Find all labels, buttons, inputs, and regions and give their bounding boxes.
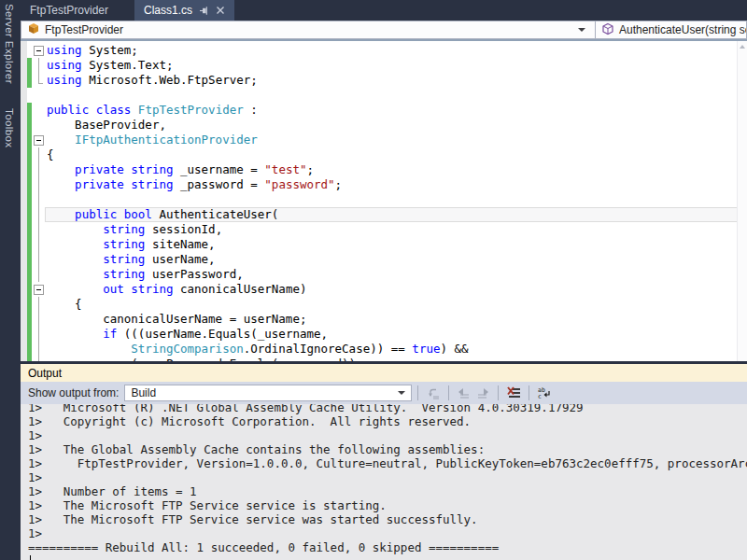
tab-class1-cs[interactable]: Class1.cs [134, 0, 234, 21]
code-line[interactable]: IFtpAuthenticationProvider [27, 133, 738, 147]
document-tab-bar: FtpTestProvider Class1.cs [21, 0, 747, 21]
output-lines: 1> Microsoft (R) .NET Global Assembly Ca… [28, 404, 747, 554]
collapse-box-icon[interactable] [34, 135, 44, 146]
output-source-dropdown-value: Build [131, 386, 156, 399]
code-line[interactable]: private string _username = "test"; [27, 162, 738, 177]
code-text: StringComparison.OrdinalIgnoreCase)) == … [45, 342, 738, 357]
outlining-margin [33, 147, 45, 162]
editor-vertical-scrollbar[interactable] [737, 41, 747, 361]
code-line[interactable]: BaseProvider, [27, 118, 738, 133]
pin-icon[interactable] [199, 6, 209, 16]
code-text: public class FtpTestProvider : [45, 103, 738, 118]
change-tracking-bar [27, 43, 32, 58]
text-caret [30, 555, 31, 560]
outlining-margin [33, 192, 45, 207]
output-panel-title-bar[interactable]: Output [21, 364, 747, 382]
main-column: FtpTestProvider Class1.cs [21, 0, 747, 560]
member-dropdown[interactable]: AuthenticateUser(string sess [595, 21, 747, 39]
svg-text:c: c [538, 393, 542, 399]
outlining-margin [33, 73, 45, 88]
outlining-margin [33, 162, 45, 177]
member-dropdown-value: AuthenticateUser(string sess [619, 23, 747, 36]
code-text: (userPassword.Equals(_password)) [45, 357, 738, 361]
code-line[interactable]: canonicalUserName = userName; [27, 312, 738, 327]
code-line[interactable]: string userPassword, [27, 267, 738, 282]
code-line[interactable]: using System; [27, 43, 738, 58]
left-tool-strip: Server Explorer Toolbox [0, 0, 21, 560]
close-icon[interactable] [216, 6, 225, 15]
outlining-margin [33, 312, 45, 327]
type-dropdown-value: FtpTestProvider [45, 23, 123, 36]
code-text: using Microsoft.Web.FtpServer; [45, 73, 738, 88]
code-line[interactable]: string userName, [27, 252, 738, 267]
change-tracking-bar [27, 282, 32, 297]
code-text: out string canonicalUserName) [45, 282, 738, 297]
code-line[interactable] [27, 192, 738, 207]
code-text: canonicalUserName = userName; [45, 312, 738, 327]
code-lines: using System;using System.Text;using Mic… [27, 43, 738, 361]
outlining-margin[interactable] [33, 282, 45, 297]
word-wrap-icon[interactable]: ab c [535, 384, 554, 402]
code-line[interactable]: { [27, 147, 738, 162]
clear-all-icon[interactable] [504, 384, 523, 402]
breakpoint-margin[interactable] [21, 41, 27, 361]
prev-message-icon[interactable] [455, 384, 473, 402]
code-text: if (((userName.Equals(_username, [45, 327, 738, 342]
outlining-margin[interactable] [33, 43, 45, 58]
code-text: string sessionId, [45, 222, 738, 237]
collapse-box-icon[interactable] [34, 46, 44, 56]
code-line[interactable]: (userPassword.Equals(_password)) [27, 357, 738, 361]
change-tracking-bar [27, 88, 32, 103]
code-line[interactable] [27, 88, 738, 103]
collapse-box-icon[interactable] [34, 285, 44, 295]
output-line: 1> [28, 470, 747, 484]
outlining-margin [33, 103, 45, 118]
outlining-margin [33, 237, 45, 252]
outlining-margin [33, 252, 45, 267]
code-text: public bool AuthenticateUser( [45, 207, 738, 222]
code-line[interactable]: private string _password = "password"; [27, 177, 738, 192]
find-message-icon[interactable] [424, 384, 443, 402]
code-line[interactable]: string siteName, [27, 237, 738, 252]
code-line[interactable]: public bool AuthenticateUser( [27, 207, 738, 222]
change-tracking-bar [27, 267, 32, 282]
tab-label: FtpTestProvider [30, 4, 108, 17]
code-line[interactable]: if (((userName.Equals(_username, [27, 327, 738, 342]
code-line[interactable]: { [27, 297, 738, 312]
change-tracking-bar [27, 162, 32, 177]
code-line[interactable]: public class FtpTestProvider : [27, 103, 738, 118]
output-source-dropdown[interactable]: Build [124, 385, 412, 401]
output-panel-title: Output [28, 367, 62, 380]
toolbar-separator [417, 385, 418, 400]
change-tracking-bar [27, 147, 32, 162]
class-icon [27, 22, 40, 38]
show-output-from-label: Show output from: [28, 386, 119, 399]
code-text: IFtpAuthenticationProvider [45, 133, 738, 147]
sidebar-item-toolbox[interactable]: Toolbox [4, 108, 15, 147]
code-line[interactable]: string sessionId, [27, 222, 738, 237]
outlining-margin [33, 88, 45, 103]
code-line[interactable]: using System.Text; [27, 58, 738, 73]
change-tracking-bar [27, 297, 32, 312]
change-tracking-bar [27, 252, 32, 267]
outlining-margin [33, 357, 45, 361]
code-line[interactable]: using Microsoft.Web.FtpServer; [27, 73, 738, 88]
sidebar-item-server-explorer[interactable]: Server Explorer [4, 4, 15, 84]
outlining-margin[interactable] [33, 133, 45, 147]
scroll-up-arrow-icon[interactable] [740, 45, 745, 49]
outlining-margin [33, 207, 45, 222]
tab-ftptestprovider[interactable]: FtpTestProvider [21, 0, 118, 21]
outlining-margin [33, 177, 45, 192]
toolbar-separator [448, 385, 449, 400]
next-message-icon[interactable] [473, 384, 492, 402]
code-line[interactable]: out string canonicalUserName) [27, 282, 738, 297]
output-console[interactable]: 1> Microsoft (R) .NET Global Assembly Ca… [21, 404, 747, 560]
change-tracking-bar [27, 73, 32, 88]
code-text: string userPassword, [45, 267, 738, 282]
code-editor[interactable]: using System;using System.Text;using Mic… [21, 41, 747, 361]
code-line[interactable]: StringComparison.OrdinalIgnoreCase)) == … [27, 342, 738, 357]
code-text [45, 88, 738, 103]
code-text: private string _username = "test"; [45, 162, 738, 177]
change-tracking-bar [27, 103, 32, 118]
type-dropdown[interactable]: FtpTestProvider [21, 21, 596, 39]
